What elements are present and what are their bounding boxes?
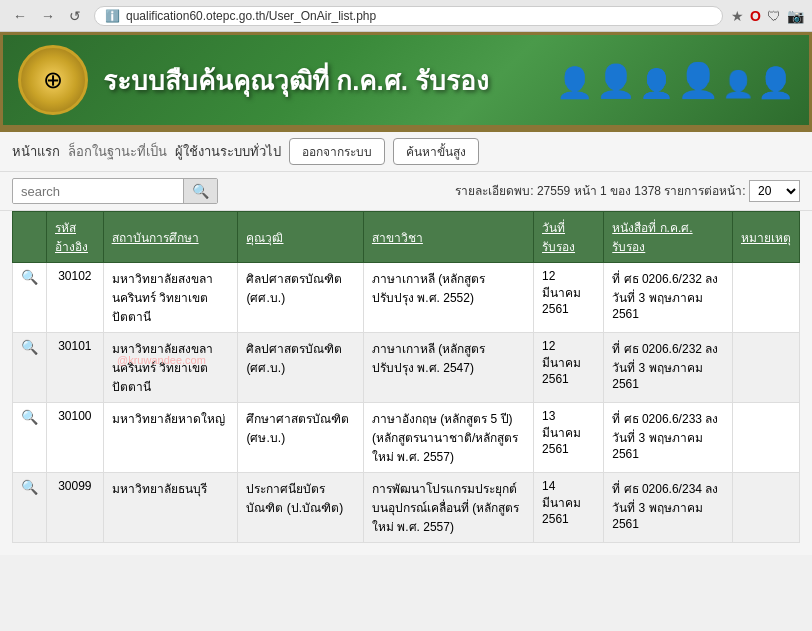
- row-id: 30102: [47, 263, 104, 333]
- shield-icon[interactable]: 🛡: [767, 8, 781, 24]
- row-qualification: ประกาศนียบัตรบัณฑิต (ป.บัณฑิต): [238, 473, 363, 543]
- reload-button[interactable]: ↺: [64, 6, 86, 26]
- row-search-icon[interactable]: 🔍: [21, 269, 38, 285]
- row-institution: มหาวิทยาลัยธนบุรี: [103, 473, 238, 543]
- row-qualification: ศิลปศาสตรบัณฑิต (ศศ.บ.): [238, 263, 363, 333]
- row-date: 13 มีนาคม 2561: [534, 403, 604, 473]
- search-button[interactable]: 🔍: [183, 179, 217, 203]
- figure-3: 👤: [639, 67, 674, 100]
- figure-6: 👤: [757, 65, 794, 100]
- table-row: 🔍 30099 มหาวิทยาลัยธนบุรี ประกาศนียบัตรบ…: [13, 473, 800, 543]
- search-bar: 🔍 รายละเอียดพบ: 27559 หน้า 1 ของ 1378 รา…: [0, 172, 812, 211]
- row-qualification: ศิลปศาสตรบัณฑิต (ศศ.บ.): [238, 333, 363, 403]
- row-institution: มหาวิทยาลัยสงขลานครินทร์ วิทยาเขตปัตตานี…: [103, 333, 238, 403]
- camera-icon[interactable]: 📷: [787, 8, 804, 24]
- back-button[interactable]: ←: [8, 6, 32, 26]
- row-search-icon[interactable]: 🔍: [21, 339, 38, 355]
- search-input[interactable]: [13, 180, 183, 203]
- results-table: รหัสอ้างอิง สถาบันการศึกษา คุณวุฒิ สาขาว…: [12, 211, 800, 543]
- row-search-cell[interactable]: 🔍: [13, 403, 47, 473]
- row-major: ภาษาเกาหลี (หลักสูตรปรับปรุง พ.ศ. 2547): [363, 333, 533, 403]
- nav-bar: หน้าแรก ล็อกในฐานะที่เป็น ผู้ใช้งานระบบท…: [0, 132, 812, 172]
- col-date: วันที่รับรอง: [534, 212, 604, 263]
- row-note: [732, 263, 799, 333]
- row-institution: มหาวิทยาลัยหาดใหญ่: [103, 403, 238, 473]
- row-search-icon[interactable]: 🔍: [21, 479, 38, 495]
- row-note: [732, 473, 799, 543]
- table-row: 🔍 30100 มหาวิทยาลัยหาดใหญ่ ศึกษาศาสตรบัณ…: [13, 403, 800, 473]
- col-document: หนังสือที่ ก.ค.ศ. รับรอง: [604, 212, 733, 263]
- col-note: หมายเหตุ: [732, 212, 799, 263]
- table-row: 🔍 30102 มหาวิทยาลัยสงขลานครินทร์ วิทยาเข…: [13, 263, 800, 333]
- row-search-cell[interactable]: 🔍: [13, 333, 47, 403]
- browser-toolbar-icons: ★ O 🛡 📷: [731, 8, 804, 24]
- row-id: 30100: [47, 403, 104, 473]
- browser-chrome: ← → ↺ ℹ️ qualification60.otepc.go.th/Use…: [0, 0, 812, 32]
- row-id: 30101: [47, 333, 104, 403]
- figure-2: 👤: [596, 62, 636, 100]
- row-document: ที่ ศธ 0206.6/233 ลง วันที่ 3 พฤษภาคม 25…: [604, 403, 733, 473]
- figure-1: 👤: [556, 65, 593, 100]
- row-search-cell[interactable]: 🔍: [13, 263, 47, 333]
- row-note: [732, 403, 799, 473]
- row-note: [732, 333, 799, 403]
- logout-button[interactable]: ออกจากระบบ: [289, 138, 385, 165]
- header-banner: ⊕ ระบบสืบค้นคุณวุฒิที่ ก.ค.ศ. รับรอง 👤 👤…: [3, 35, 809, 129]
- emblem: ⊕: [18, 45, 88, 115]
- row-major: การพัฒนาโปรแกรมประยุกต์บนอุปกรณ์เคลื่อนท…: [363, 473, 533, 543]
- per-page-select[interactable]: 20 50 100: [749, 180, 800, 202]
- secure-icon: ℹ️: [105, 9, 120, 23]
- row-qualification: ศึกษาศาสตรบัณฑิต (ศษ.บ.): [238, 403, 363, 473]
- col-major: สาขาวิชา: [363, 212, 533, 263]
- header-outer-border: ⊕ ระบบสืบค้นคุณวุฒิที่ ก.ค.ศ. รับรอง 👤 👤…: [0, 32, 812, 132]
- header-figures: 👤 👤 👤 👤 👤 👤: [556, 60, 794, 100]
- row-document: ที่ ศธ 0206.6/232 ลง วันที่ 3 พฤษภาคม 25…: [604, 263, 733, 333]
- star-icon[interactable]: ★: [731, 8, 744, 24]
- row-document: ที่ ศธ 0206.6/234 ลง วันที่ 3 พฤษภาคม 25…: [604, 473, 733, 543]
- result-text: รายละเอียดพบ: 27559 หน้า 1 ของ 1378 รายก…: [455, 184, 745, 198]
- row-id: 30099: [47, 473, 104, 543]
- result-info: รายละเอียดพบ: 27559 หน้า 1 ของ 1378 รายก…: [228, 180, 800, 202]
- search-wrapper: 🔍: [12, 178, 218, 204]
- table-wrapper: รหัสอ้างอิง สถาบันการศึกษา คุณวุฒิ สาขาว…: [0, 211, 812, 555]
- table-row: 🔍 30101 มหาวิทยาลัยสงขลานครินทร์ วิทยาเข…: [13, 333, 800, 403]
- address-bar[interactable]: ℹ️ qualification60.otepc.go.th/User_OnAi…: [94, 6, 723, 26]
- row-document: ที่ ศธ 0206.6/232 ลง วันที่ 3 พฤษภาคม 25…: [604, 333, 733, 403]
- row-major: ภาษาอังกฤษ (หลักสูตร 5 ปี) (หลักสูตรนานา…: [363, 403, 533, 473]
- forward-button[interactable]: →: [36, 6, 60, 26]
- emblem-symbol: ⊕: [43, 66, 63, 94]
- col-institution: สถาบันการศึกษา: [103, 212, 238, 263]
- advanced-search-button[interactable]: ค้นหาขั้นสูง: [393, 138, 479, 165]
- home-link[interactable]: หน้าแรก: [12, 141, 60, 162]
- table-header-row: รหัสอ้างอิง สถาบันการศึกษา คุณวุฒิ สาขาว…: [13, 212, 800, 263]
- opera-icon[interactable]: O: [750, 8, 761, 24]
- figure-4: 👤: [677, 60, 719, 100]
- row-institution: มหาวิทยาลัยสงขลานครินทร์ วิทยาเขตปัตตานี: [103, 263, 238, 333]
- row-date: 12 มีนาคม 2561: [534, 263, 604, 333]
- table-body: 🔍 30102 มหาวิทยาลัยสงขลานครินทร์ วิทยาเข…: [13, 263, 800, 543]
- nav-role: ผู้ใช้งานระบบทั่วไป: [175, 141, 281, 162]
- url-text: qualification60.otepc.go.th/User_OnAir_l…: [126, 9, 376, 23]
- row-search-cell[interactable]: 🔍: [13, 473, 47, 543]
- row-search-icon[interactable]: 🔍: [21, 409, 38, 425]
- col-qualification: คุณวุฒิ: [238, 212, 363, 263]
- header-title: ระบบสืบค้นคุณวุฒิที่ ก.ค.ศ. รับรอง: [103, 60, 541, 101]
- row-date: 12 มีนาคม 2561: [534, 333, 604, 403]
- col-search: [13, 212, 47, 263]
- nav-sep1: ล็อกในฐานะที่เป็น: [68, 141, 167, 162]
- browser-nav-buttons[interactable]: ← → ↺: [8, 6, 86, 26]
- row-major: ภาษาเกาหลี (หลักสูตรปรับปรุง พ.ศ. 2552): [363, 263, 533, 333]
- row-date: 14 มีนาคม 2561: [534, 473, 604, 543]
- figure-5: 👤: [722, 69, 754, 100]
- col-id: รหัสอ้างอิง: [47, 212, 104, 263]
